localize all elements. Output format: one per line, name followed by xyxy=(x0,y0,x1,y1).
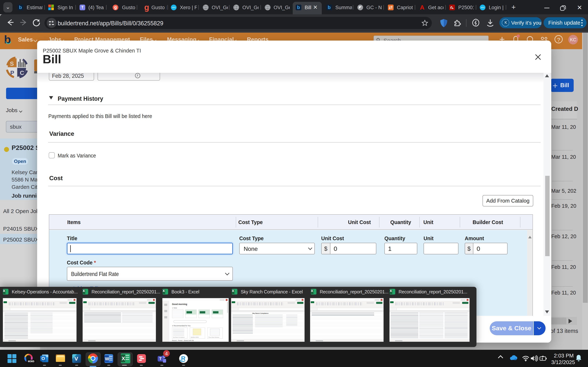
svg-text:C: C xyxy=(20,70,24,76)
svg-text:S: S xyxy=(10,60,14,67)
svg-text:P: P xyxy=(10,70,14,76)
